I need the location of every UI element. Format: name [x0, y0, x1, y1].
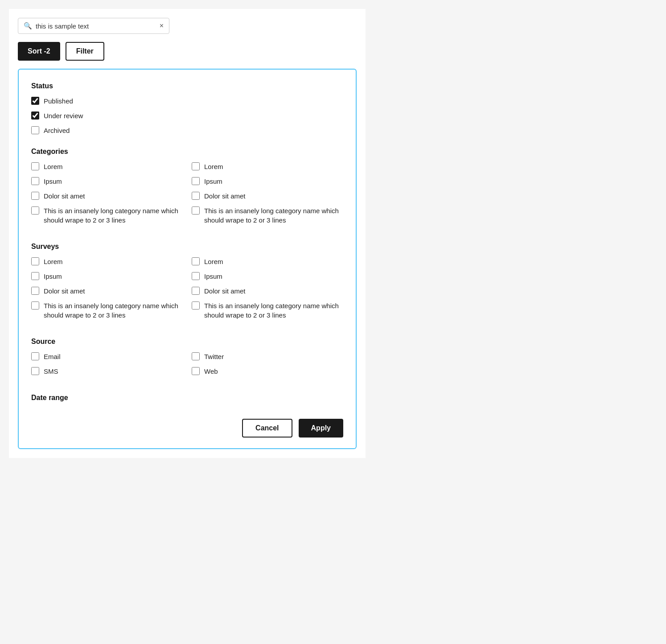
search-bar: 🔍 × [18, 18, 169, 34]
src-web-checkbox[interactable] [192, 367, 200, 375]
status-published-checkbox[interactable] [31, 97, 39, 105]
page-wrapper: 🔍 × Sort -2 Filter Status Published Unde… [9, 9, 366, 458]
status-archived-item[interactable]: Archived [31, 126, 343, 135]
sort-button[interactable]: Sort -2 [18, 42, 60, 61]
cat-long-2-label: This is an insanely long category name w… [204, 206, 343, 225]
source-section: Source Email SMS Twitter [31, 338, 343, 381]
source-col1: Email SMS [31, 352, 183, 381]
list-item[interactable]: Lorem [192, 257, 343, 266]
status-published-item[interactable]: Published [31, 96, 343, 106]
status-published-label: Published [44, 96, 73, 106]
sur-long-2-checkbox[interactable] [192, 301, 200, 310]
list-item[interactable]: SMS [31, 367, 183, 376]
src-twitter-label: Twitter [204, 352, 224, 361]
list-item[interactable]: Twitter [192, 352, 343, 361]
list-item[interactable]: Ipsum [31, 177, 183, 186]
list-item[interactable]: Lorem [31, 162, 183, 171]
sur-dolor-1-checkbox[interactable] [31, 287, 39, 295]
sur-ipsum-1-checkbox[interactable] [31, 272, 39, 280]
sur-long-2-label: This is an insanely long category name w… [204, 301, 343, 320]
cat-dolor-1-checkbox[interactable] [31, 192, 39, 200]
sur-dolor-2-checkbox[interactable] [192, 287, 200, 295]
sur-long-1-label: This is an insanely long category name w… [44, 301, 183, 320]
surveys-section: Surveys Lorem Ipsum Dolor sit amet [31, 243, 343, 325]
list-item[interactable]: Lorem [192, 162, 343, 171]
cat-lorem-1-checkbox[interactable] [31, 162, 39, 170]
list-item[interactable]: Dolor sit amet [31, 286, 183, 296]
sur-lorem-2-label: Lorem [204, 257, 223, 266]
list-item[interactable]: Ipsum [31, 272, 183, 281]
search-input[interactable] [36, 22, 160, 30]
surveys-grid: Lorem Ipsum Dolor sit amet This is an in… [31, 257, 343, 325]
sur-lorem-1-checkbox[interactable] [31, 257, 39, 265]
cat-lorem-2-label: Lorem [204, 162, 223, 171]
status-under-review-checkbox[interactable] [31, 111, 39, 120]
src-sms-label: SMS [44, 367, 58, 376]
filter-panel: Status Published Under review Archived C… [18, 69, 357, 449]
search-clear-button[interactable]: × [160, 22, 164, 29]
filter-button[interactable]: Filter [66, 42, 104, 61]
list-item[interactable]: This is an insanely long category name w… [192, 301, 343, 320]
list-item[interactable]: Dolor sit amet [192, 191, 343, 201]
apply-button[interactable]: Apply [299, 419, 343, 438]
panel-footer: Cancel Apply [31, 414, 343, 438]
status-under-review-label: Under review [44, 111, 83, 120]
source-col2: Twitter Web [192, 352, 343, 381]
cat-long-2-checkbox[interactable] [192, 206, 200, 215]
list-item[interactable]: Ipsum [192, 177, 343, 186]
src-sms-checkbox[interactable] [31, 367, 39, 375]
categories-col1: Lorem Ipsum Dolor sit amet This is an in… [31, 162, 183, 230]
list-item[interactable]: This is an insanely long category name w… [31, 301, 183, 320]
cat-ipsum-1-checkbox[interactable] [31, 177, 39, 185]
list-item[interactable]: Lorem [31, 257, 183, 266]
date-range-title: Date range [31, 394, 343, 402]
src-twitter-checkbox[interactable] [192, 352, 200, 360]
list-item[interactable]: Web [192, 367, 343, 376]
search-icon: 🔍 [24, 22, 32, 30]
sur-ipsum-2-checkbox[interactable] [192, 272, 200, 280]
cancel-button[interactable]: Cancel [242, 419, 292, 438]
date-range-section: Date range [31, 394, 343, 402]
list-item[interactable]: This is an insanely long category name w… [31, 206, 183, 225]
toolbar: Sort -2 Filter [18, 42, 357, 61]
source-title: Source [31, 338, 343, 346]
sur-long-1-checkbox[interactable] [31, 301, 39, 310]
list-item[interactable]: Email [31, 352, 183, 361]
cat-ipsum-1-label: Ipsum [44, 177, 62, 186]
surveys-title: Surveys [31, 243, 343, 251]
list-item[interactable]: Dolor sit amet [192, 286, 343, 296]
surveys-col2: Lorem Ipsum Dolor sit amet This is an in… [192, 257, 343, 325]
src-web-label: Web [204, 367, 218, 376]
source-grid: Email SMS Twitter Web [31, 352, 343, 381]
status-archived-checkbox[interactable] [31, 126, 39, 134]
surveys-col1: Lorem Ipsum Dolor sit amet This is an in… [31, 257, 183, 325]
cat-dolor-2-label: Dolor sit amet [204, 191, 246, 201]
sur-ipsum-2-label: Ipsum [204, 272, 222, 281]
list-item[interactable]: This is an insanely long category name w… [192, 206, 343, 225]
cat-dolor-1-label: Dolor sit amet [44, 191, 85, 201]
categories-section: Categories Lorem Ipsum Dolor sit amet [31, 148, 343, 230]
cat-dolor-2-checkbox[interactable] [192, 192, 200, 200]
sur-dolor-2-label: Dolor sit amet [204, 286, 246, 296]
cat-ipsum-2-checkbox[interactable] [192, 177, 200, 185]
src-email-label: Email [44, 352, 61, 361]
categories-title: Categories [31, 148, 343, 156]
cat-lorem-2-checkbox[interactable] [192, 162, 200, 170]
categories-grid: Lorem Ipsum Dolor sit amet This is an in… [31, 162, 343, 230]
sur-ipsum-1-label: Ipsum [44, 272, 62, 281]
list-item[interactable]: Dolor sit amet [31, 191, 183, 201]
cat-long-1-label: This is an insanely long category name w… [44, 206, 183, 225]
cat-ipsum-2-label: Ipsum [204, 177, 222, 186]
cat-lorem-1-label: Lorem [44, 162, 63, 171]
status-under-review-item[interactable]: Under review [31, 111, 343, 120]
categories-col2: Lorem Ipsum Dolor sit amet This is an in… [192, 162, 343, 230]
src-email-checkbox[interactable] [31, 352, 39, 360]
sur-dolor-1-label: Dolor sit amet [44, 286, 85, 296]
sur-lorem-1-label: Lorem [44, 257, 63, 266]
status-section: Status Published Under review Archived [31, 82, 343, 135]
sur-lorem-2-checkbox[interactable] [192, 257, 200, 265]
status-title: Status [31, 82, 343, 90]
cat-long-1-checkbox[interactable] [31, 206, 39, 215]
list-item[interactable]: Ipsum [192, 272, 343, 281]
status-archived-label: Archived [44, 126, 70, 135]
